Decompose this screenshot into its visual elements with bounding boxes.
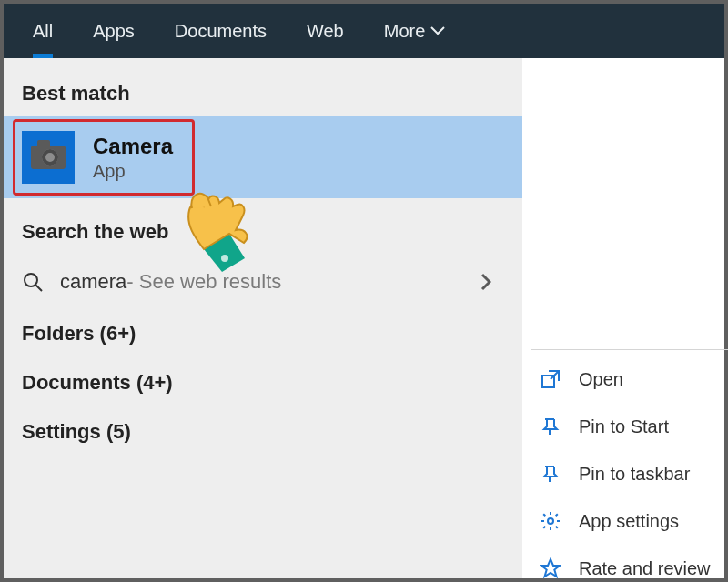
pin-icon [539, 415, 562, 438]
divider [531, 349, 728, 350]
tab-apps[interactable]: Apps [73, 4, 155, 58]
tab-more-label: More [384, 21, 426, 42]
web-search-term: camera [60, 270, 126, 294]
content-area: Best match Camera App Search the web cam… [4, 58, 724, 578]
svg-point-0 [25, 274, 37, 286]
result-title: Camera [93, 134, 173, 159]
tab-web[interactable]: Web [287, 4, 364, 58]
action-rate-review-label: Rate and review [579, 558, 711, 579]
tab-more[interactable]: More [364, 4, 466, 58]
star-icon [539, 557, 562, 580]
best-match-header: Best match [4, 75, 522, 116]
action-pin-taskbar[interactable]: Pin to taskbar [531, 450, 728, 497]
action-open-label: Open [579, 369, 623, 390]
result-text: Camera App [93, 134, 173, 182]
tab-documents[interactable]: Documents [155, 4, 287, 58]
action-app-settings-label: App settings [579, 511, 679, 532]
category-folders[interactable]: Folders (6+) [4, 309, 522, 358]
web-search-hint: - See web results [126, 270, 281, 294]
chevron-down-icon [430, 26, 445, 35]
gear-icon [539, 509, 562, 533]
tab-all[interactable]: All [13, 4, 73, 58]
pin-icon [539, 462, 562, 486]
action-open[interactable]: Open [531, 356, 728, 403]
camera-icon [31, 146, 66, 169]
category-settings[interactable]: Settings (5) [4, 407, 522, 457]
results-pane: Best match Camera App Search the web cam… [4, 58, 522, 578]
svg-point-3 [548, 518, 553, 524]
search-web-header: Search the web [4, 198, 522, 255]
actions-list: Open Pin to Start [531, 349, 728, 582]
category-documents[interactable]: Documents (4+) [4, 358, 522, 407]
preview-pane: Open Pin to Start [522, 58, 724, 578]
camera-app-icon [22, 131, 75, 184]
svg-line-1 [35, 285, 42, 291]
search-icon [22, 271, 44, 293]
action-app-settings[interactable]: App settings [531, 497, 728, 545]
action-pin-start-label: Pin to Start [579, 416, 669, 437]
best-match-result[interactable]: Camera App [4, 116, 522, 198]
action-pin-start[interactable]: Pin to Start [531, 403, 728, 450]
web-search-result[interactable]: camera - See web results [4, 255, 522, 309]
chevron-right-icon [480, 273, 504, 291]
open-icon [539, 367, 562, 391]
action-rate-review[interactable]: Rate and review [531, 545, 728, 582]
result-subtitle: App [93, 161, 173, 182]
search-window: All Apps Documents Web More Best match C… [0, 0, 728, 582]
action-pin-taskbar-label: Pin to taskbar [579, 464, 690, 485]
filter-tabbar: All Apps Documents Web More [4, 4, 724, 58]
